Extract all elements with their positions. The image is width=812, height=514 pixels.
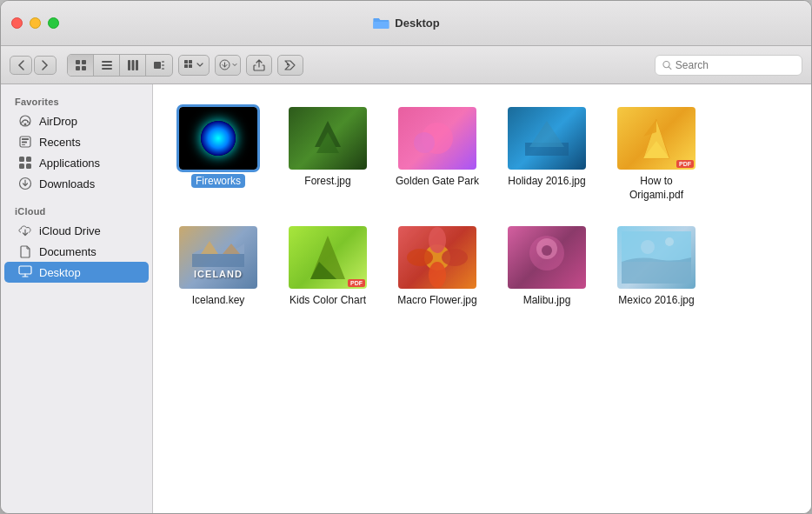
traffic-lights (11, 17, 59, 29)
file-thumb-mexico (617, 226, 696, 289)
back-button[interactable] (10, 56, 32, 75)
desktop-icon (18, 265, 32, 279)
svg-rect-26 (22, 138, 29, 140)
view-cover-button[interactable] (146, 55, 172, 76)
pdf-badge-kids: PDF (348, 279, 365, 287)
svg-rect-8 (131, 60, 134, 70)
svg-point-49 (407, 249, 433, 266)
file-thumb-forest (289, 107, 367, 170)
search-box[interactable] (655, 55, 802, 76)
svg-rect-32 (26, 164, 31, 169)
file-item-macro[interactable]: Macro Flower.jpg (389, 221, 485, 313)
applications-icon (18, 156, 32, 170)
search-input[interactable] (676, 59, 795, 71)
airdrop-icon (18, 114, 32, 128)
svg-rect-16 (184, 64, 188, 68)
svg-rect-34 (19, 266, 31, 274)
favorites-header: Favorites (1, 91, 152, 110)
file-label-goldengate: Golden Gate Park (396, 175, 479, 189)
file-label-kids: Kids Color Chart (290, 294, 366, 308)
sidebar-item-icloud-drive-label: iCloud Drive (39, 224, 101, 237)
finder-window: Desktop (0, 0, 812, 514)
file-item-holiday[interactable]: Holiday 2016.jpg (499, 102, 595, 207)
icloud-drive-icon (18, 224, 32, 237)
svg-marker-40 (529, 121, 564, 147)
sidebar: Favorites AirDrop Recents Applications (1, 84, 153, 513)
svg-rect-1 (82, 60, 86, 64)
file-item-malibu[interactable]: Malibu.jpg (499, 221, 595, 313)
file-item-forest[interactable]: Forest.jpg (280, 102, 376, 207)
share-button[interactable] (246, 55, 272, 76)
view-icon-button[interactable] (68, 55, 94, 76)
nav-buttons (10, 56, 57, 75)
close-button[interactable] (11, 17, 23, 29)
svg-rect-9 (136, 60, 138, 70)
tags-button[interactable] (277, 55, 303, 76)
maximize-button[interactable] (48, 17, 59, 29)
file-item-mexico[interactable]: Mexico 2016.jpg (609, 221, 704, 313)
file-item-fireworks[interactable]: Fireworks (170, 102, 266, 207)
forward-button[interactable] (34, 56, 57, 75)
file-thumb-macro (398, 226, 476, 289)
action-button[interactable] (215, 55, 241, 76)
search-icon (662, 60, 672, 70)
svg-rect-6 (102, 68, 112, 70)
svg-rect-7 (128, 60, 130, 70)
svg-rect-12 (162, 64, 164, 66)
svg-rect-14 (184, 60, 188, 63)
sidebar-item-applications[interactable]: Applications (4, 152, 149, 173)
file-item-origami[interactable]: PDF How to Origami.pdf (609, 102, 704, 207)
file-label-fireworks: Fireworks (191, 175, 245, 189)
svg-rect-28 (22, 144, 25, 145)
file-item-iceland[interactable]: ICELAND Iceland.key (170, 221, 266, 313)
svg-point-20 (287, 63, 289, 64)
svg-rect-17 (189, 64, 192, 68)
sidebar-item-downloads[interactable]: Downloads (4, 173, 149, 194)
sidebar-item-downloads-label: Downloads (39, 177, 95, 190)
svg-rect-11 (162, 61, 164, 63)
sidebar-item-applications-label: Applications (39, 157, 100, 170)
file-thumb-kids: PDF (289, 226, 367, 289)
sidebar-item-airdrop-label: AirDrop (39, 115, 77, 128)
svg-point-55 (665, 237, 674, 246)
sidebar-item-desktop[interactable]: Desktop (4, 262, 149, 283)
file-label-forest: Forest.jpg (304, 175, 350, 189)
svg-point-56 (641, 240, 655, 254)
sidebar-item-documents[interactable]: Documents (4, 241, 149, 262)
file-label-holiday: Holiday 2016.jpg (508, 175, 585, 189)
file-item-goldengate[interactable]: Golden Gate Park (389, 102, 485, 207)
file-item-kids[interactable]: PDF Kids Color Chart (280, 221, 376, 313)
file-thumb-origami: PDF (617, 107, 696, 170)
sidebar-item-icloud-drive[interactable]: iCloud Drive (4, 220, 149, 241)
documents-icon (18, 244, 32, 258)
svg-point-47 (442, 249, 468, 266)
sidebar-item-airdrop[interactable]: AirDrop (4, 110, 149, 131)
svg-rect-42 (192, 254, 244, 267)
svg-rect-3 (82, 66, 86, 70)
minimize-button[interactable] (30, 17, 41, 29)
svg-rect-0 (76, 60, 80, 64)
file-grid: Fireworks Forest.jpg Golden Gate Park (153, 84, 811, 513)
window-title-area: Desktop (372, 17, 439, 30)
svg-rect-2 (76, 66, 80, 70)
file-thumb-iceland: ICELAND (179, 226, 257, 289)
file-label-origami: How to Origami.pdf (614, 175, 699, 202)
svg-rect-13 (162, 68, 164, 70)
svg-point-24 (24, 123, 27, 126)
content-area: Favorites AirDrop Recents Applications (1, 84, 811, 513)
sidebar-item-recents-label: Recents (39, 136, 81, 149)
file-label-malibu: Malibu.jpg (523, 294, 571, 308)
svg-point-48 (429, 262, 446, 288)
view-column-button[interactable] (120, 55, 146, 76)
svg-rect-4 (102, 61, 112, 63)
view-list-button[interactable] (94, 55, 120, 76)
folder-icon (372, 17, 389, 30)
window-title: Desktop (395, 17, 439, 30)
group-button[interactable] (178, 55, 210, 76)
sidebar-item-desktop-label: Desktop (39, 266, 81, 279)
svg-point-46 (429, 227, 446, 253)
svg-rect-29 (19, 157, 24, 162)
sidebar-item-recents[interactable]: Recents (4, 131, 149, 152)
downloads-icon (18, 177, 32, 190)
icloud-header: iCloud (1, 201, 152, 220)
